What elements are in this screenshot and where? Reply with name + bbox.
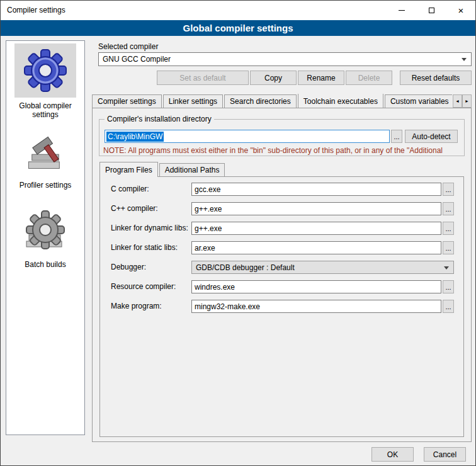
tab-scroll-right-button[interactable]: ►: [462, 94, 472, 108]
subtab-additional-paths[interactable]: Additional Paths: [159, 163, 225, 176]
ellipsis-icon: ...: [445, 225, 451, 232]
cpp-compiler-input[interactable]: [191, 202, 441, 215]
resource-compiler-input[interactable]: [191, 280, 441, 293]
browse-button[interactable]: ...: [443, 300, 454, 313]
ellipsis-icon: ...: [445, 186, 451, 193]
field-label: C compiler:: [111, 185, 149, 193]
settings-category-list: Global compiler settings Profiler settin…: [6, 40, 85, 435]
ellipsis-icon: ...: [445, 304, 451, 310]
browse-install-dir-button[interactable]: ...: [391, 130, 402, 143]
dynamic-linker-input[interactable]: [191, 222, 441, 235]
profiler-hammer-icon: [24, 132, 67, 173]
compiler-settings-dialog: Compiler settings × Global compiler sett…: [0, 0, 476, 466]
c-compiler-input[interactable]: [191, 183, 441, 196]
groupbox-title: Compiler's installation directory: [105, 115, 214, 123]
browse-button[interactable]: ...: [443, 241, 454, 254]
minimize-icon: [399, 10, 405, 11]
gray-gear-icon: [23, 208, 68, 254]
sidebar-item-global-compiler-settings[interactable]: [14, 43, 76, 98]
browse-button[interactable]: ...: [443, 280, 454, 293]
sidebar-item-label: Profiler settings: [11, 181, 80, 190]
browse-button[interactable]: ...: [443, 183, 454, 196]
copy-button[interactable]: Copy: [250, 71, 297, 85]
settings-tabstrip: Compiler settings Linker settings Search…: [92, 94, 452, 108]
rename-button[interactable]: Rename: [298, 71, 344, 85]
sidebar-item-label: Batch builds: [11, 260, 80, 269]
titlebar: Compiler settings ×: [1, 1, 475, 20]
tab-scroll-left-button[interactable]: ◄: [453, 94, 462, 108]
field-label: Debugger:: [111, 263, 146, 271]
close-button[interactable]: ×: [446, 1, 475, 20]
tab-search-directories[interactable]: Search directories: [224, 94, 297, 108]
debugger-value: GDB/CDB debugger : Default: [196, 263, 295, 272]
selected-compiler-dropdown[interactable]: GNU GCC Compiler: [98, 52, 472, 66]
field-label: Resource compiler:: [111, 282, 176, 291]
ellipsis-icon: ...: [445, 284, 451, 290]
ok-button[interactable]: OK: [371, 447, 414, 462]
close-icon: ×: [458, 5, 464, 16]
note-text: NOTE: All programs must exist either in …: [103, 146, 466, 155]
installation-directory-input[interactable]: C:\raylib\MinGW: [105, 130, 390, 143]
tab-custom-variables[interactable]: Custom variables: [385, 94, 452, 108]
cancel-button[interactable]: Cancel: [424, 447, 466, 462]
selected-compiler-label: Selected compiler: [98, 42, 158, 51]
maximize-button[interactable]: [417, 1, 446, 20]
tab-toolchain-executables[interactable]: Toolchain executables: [298, 94, 383, 108]
field-label: Linker for dynamic libs:: [111, 224, 188, 232]
chevron-down-icon: [444, 266, 449, 270]
ellipsis-icon: ...: [445, 206, 451, 212]
subtab-program-files[interactable]: Program Files: [99, 162, 158, 177]
field-label: Linker for static libs:: [111, 243, 178, 252]
program-files-tabstrip: Program Files Additional Paths: [99, 162, 226, 176]
selected-compiler-value: GNU GCC Compiler: [103, 55, 171, 64]
blue-gear-icon: [23, 48, 68, 93]
delete-button[interactable]: Delete: [346, 71, 392, 85]
tab-compiler-settings[interactable]: Compiler settings: [92, 94, 162, 108]
page-title: Global compiler settings: [1, 20, 475, 36]
auto-detect-button[interactable]: Auto-detect: [405, 130, 458, 143]
window-title: Compiler settings: [7, 1, 65, 20]
chevron-down-icon: [462, 58, 467, 61]
ellipsis-icon: ...: [394, 134, 399, 140]
make-program-input[interactable]: [191, 300, 441, 313]
browse-button[interactable]: ...: [443, 222, 454, 235]
ellipsis-icon: ...: [445, 245, 451, 251]
sidebar-item-batch-builds[interactable]: [18, 206, 72, 256]
static-linker-input[interactable]: [191, 241, 441, 254]
sidebar-item-label: Global compiler settings: [11, 101, 80, 119]
set-as-default-button[interactable]: Set as default: [157, 71, 249, 85]
minimize-button[interactable]: [387, 1, 416, 20]
maximize-icon: [429, 8, 434, 13]
tab-linker-settings[interactable]: Linker settings: [163, 94, 223, 108]
debugger-select[interactable]: GDB/CDB debugger : Default: [191, 261, 454, 274]
field-label: C++ compiler:: [111, 204, 158, 213]
field-label: Make program:: [111, 302, 162, 310]
selected-text: C:\raylib\MinGW: [106, 132, 164, 142]
browse-button[interactable]: ...: [443, 202, 454, 215]
reset-defaults-button[interactable]: Reset defaults: [400, 71, 472, 85]
sidebar-item-profiler-settings[interactable]: [19, 129, 72, 176]
